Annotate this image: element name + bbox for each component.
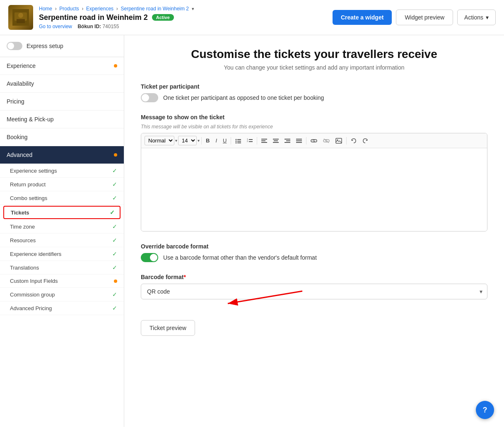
barcode-format-select[interactable]: QR code Code 128 Code 39 EAN-13 PDF417	[141, 284, 487, 299]
submenu-combo-settings[interactable]: Combo settings ✓	[0, 191, 124, 205]
bold-button[interactable]: B	[203, 136, 212, 145]
barcode-toggle[interactable]	[141, 253, 158, 262]
submenu-commission-group[interactable]: Commission group ✓	[0, 288, 124, 301]
submenu-combo-settings-label: Combo settings	[10, 195, 47, 201]
barcode-section: Override barcode format Use a barcode fo…	[141, 243, 487, 262]
submenu-return-product-label: Return product	[10, 181, 46, 188]
express-setup-row: Express setup	[0, 35, 124, 57]
submenu-experience-identifiers[interactable]: Experience identifiers ✓	[0, 247, 124, 261]
svg-point-6	[236, 139, 237, 140]
format-select[interactable]: Normal	[145, 136, 174, 145]
submenu-advanced-pricing[interactable]: Advanced Pricing ✓	[0, 301, 124, 315]
bokun-id-label: Bókun ID:	[77, 24, 101, 29]
svg-rect-11	[237, 142, 241, 143]
submenu-tickets-label: Tickets	[11, 210, 29, 216]
sidebar-item-experience[interactable]: Experience	[0, 57, 124, 75]
sidebar-item-pricing[interactable]: Pricing	[0, 93, 124, 111]
logo-image	[12, 9, 29, 26]
font-size-select[interactable]: 14	[178, 136, 197, 145]
main-content: Customise the tickets your travellers re…	[124, 35, 504, 427]
ticket-per-participant-toggle[interactable]	[141, 93, 158, 102]
submenu-translations[interactable]: Translations ✓	[0, 261, 124, 275]
help-button[interactable]: ?	[476, 401, 494, 419]
sidebar-item-advanced[interactable]: Advanced	[0, 146, 124, 164]
sidebar-item-availability[interactable]: Availability	[0, 75, 124, 93]
link-icon	[311, 138, 317, 144]
create-widget-button[interactable]: Create a widget	[333, 10, 392, 25]
widget-preview-button[interactable]: Widget preview	[396, 10, 453, 25]
experience-indicator	[114, 64, 117, 67]
toolbar-divider-2	[231, 137, 231, 145]
barcode-format-label-text: Barcode format	[141, 274, 183, 280]
sidebar-item-meeting[interactable]: Meeting & Pick-up	[0, 111, 124, 128]
breadcrumb-experiences[interactable]: Experiences	[86, 6, 113, 12]
submenu-tickets[interactable]: Tickets ✓	[3, 206, 121, 219]
toolbar-divider-5	[346, 137, 347, 145]
svg-rect-25	[296, 139, 302, 140]
image-icon	[335, 138, 342, 144]
svg-rect-18	[261, 142, 267, 143]
submenu-resources[interactable]: Resources ✓	[0, 234, 124, 247]
ordered-list-icon: 1.2.	[247, 138, 253, 144]
main-title: Customise the tickets your travellers re…	[141, 48, 487, 61]
breadcrumb-current[interactable]: Serpentine road in Weinheim 2	[121, 6, 189, 12]
svg-rect-13	[249, 139, 253, 140]
sidebar-item-availability-label: Availability	[7, 80, 34, 87]
header-info: Home › Products › Experiences › Serpenti…	[39, 6, 333, 29]
svg-point-10	[236, 142, 237, 143]
align-right-button[interactable]	[282, 136, 293, 145]
sidebar-item-booking-label: Booking	[7, 134, 28, 140]
breadcrumb-home[interactable]: Home	[39, 6, 52, 12]
barcode-toggle-label: Use a barcode format other than the vend…	[163, 254, 317, 261]
unordered-list-icon	[235, 138, 241, 144]
image-button[interactable]	[333, 136, 345, 145]
submenu-timezone[interactable]: Time zone ✓	[0, 220, 124, 234]
sidebar-item-booking[interactable]: Booking	[0, 128, 124, 146]
svg-rect-22	[285, 139, 290, 140]
actions-chevron-icon: ▾	[486, 14, 489, 21]
svg-rect-23	[286, 140, 290, 141]
translations-check: ✓	[112, 264, 117, 271]
link-button[interactable]	[308, 136, 320, 145]
header: Home › Products › Experiences › Serpenti…	[0, 0, 504, 35]
express-setup-toggle[interactable]	[7, 42, 22, 50]
required-asterisk: *	[183, 274, 186, 280]
svg-rect-3	[17, 19, 25, 23]
unordered-list-button[interactable]	[233, 136, 244, 145]
ticket-preview-button[interactable]: Ticket preview	[141, 320, 195, 336]
align-center-button[interactable]	[270, 136, 281, 145]
submenu-translations-label: Translations	[10, 265, 39, 271]
barcode-format-wrapper: QR code Code 128 Code 39 EAN-13 PDF417 ▾	[141, 284, 487, 299]
breadcrumb-dropdown-icon[interactable]: ▾	[192, 6, 194, 11]
submenu-custom-input-fields[interactable]: Custom Input Fields	[0, 275, 124, 288]
justify-button[interactable]	[294, 136, 304, 145]
submenu-experience-settings[interactable]: Experience settings ✓	[0, 164, 124, 178]
svg-rect-26	[296, 140, 302, 141]
bokun-id-value: 740155	[102, 24, 119, 29]
svg-text:2.: 2.	[247, 140, 248, 142]
italic-button[interactable]: I	[213, 136, 219, 145]
breadcrumb-products[interactable]: Products	[59, 6, 79, 12]
underline-button[interactable]: U	[220, 136, 229, 145]
svg-rect-16	[261, 139, 267, 140]
timezone-check: ✓	[112, 223, 117, 230]
return-product-check: ✓	[112, 181, 117, 188]
submenu-return-product[interactable]: Return product ✓	[0, 178, 124, 191]
align-left-button[interactable]	[259, 136, 270, 145]
align-left-icon	[261, 138, 267, 144]
svg-rect-9	[237, 141, 241, 142]
format-dropdown-icon: ▾	[175, 138, 177, 143]
redo-button[interactable]	[360, 136, 371, 145]
actions-button[interactable]: Actions ▾	[457, 10, 496, 25]
ordered-list-button[interactable]: 1.2.	[244, 136, 255, 145]
undo-button[interactable]	[348, 136, 359, 145]
sidebar-item-meeting-label: Meeting & Pick-up	[7, 116, 54, 123]
ticket-per-participant-toggle-label: One ticket per participant as opposed to…	[163, 94, 324, 101]
goto-overview-link[interactable]: Go to overview	[39, 24, 72, 29]
editor-body[interactable]	[141, 148, 487, 231]
ticket-per-participant-label: Ticket per participant	[141, 83, 487, 90]
submenu-advanced-pricing-label: Advanced Pricing	[10, 305, 52, 311]
svg-rect-24	[285, 142, 290, 143]
unlink-button[interactable]	[321, 136, 332, 145]
font-size-dropdown-icon: ▾	[198, 138, 200, 143]
